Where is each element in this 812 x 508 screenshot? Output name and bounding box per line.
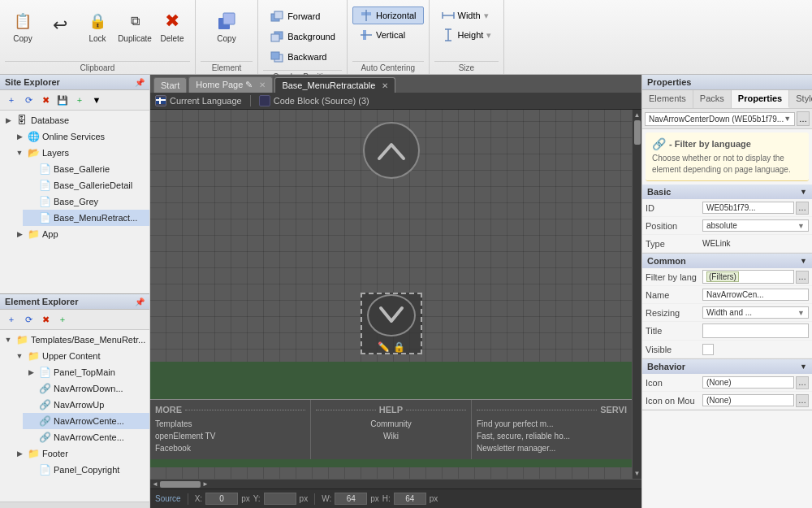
link-wiki[interactable]: Wiki [316,430,466,442]
ee-refresh-btn[interactable]: ⟳ [20,311,37,328]
tab-start[interactable]: Start [153,77,187,93]
scroll-up-btn[interactable]: ▲ [634,111,641,119]
name-value[interactable]: NavArrowCen... [702,289,809,301]
link-openelement[interactable]: openElement TV [155,430,305,442]
w-input[interactable] [335,493,367,505]
visible-checkbox[interactable] [702,344,714,355]
tree-item-base-grey[interactable]: 📄 Base_Grey [23,193,149,210]
canvas-scrollbar-v[interactable]: ▲ ▼ [632,110,641,479]
tree-item-base-galleriedetail[interactable]: 📄 Base_GallerieDetail [23,177,149,193]
link-fast[interactable]: Fast, secure, reliable ho... [477,430,627,442]
basic-section: Basic ▼ ID WE05b1f79... … Position absol… [642,185,812,254]
horizontal-button[interactable]: Horizontal [352,7,424,24]
scroll-down-btn[interactable]: ▼ [634,470,641,477]
link-templates[interactable]: Templates [155,418,305,430]
chevron-down-element[interactable]: ✏️ 🔒 [361,293,422,354]
link-find[interactable]: Find your perfect m... [477,418,627,430]
tab-homepage[interactable]: Home Page ✎ ✕ [188,76,273,93]
ee-delete-btn[interactable]: ✖ [37,311,54,328]
scroll-thumb-v[interactable] [634,120,641,145]
link-newsletter[interactable]: Newsletter manager... [477,442,627,454]
ee-navarrowcenter2[interactable]: 🔗 NavArrowCente... [23,429,149,445]
link-facebook[interactable]: Facebook [155,442,305,454]
tab-elements[interactable]: Elements [642,90,693,108]
iconmou-more-btn[interactable]: … [796,394,809,407]
filter-more-btn[interactable]: … [796,271,809,284]
ee-navarrowcenter1[interactable]: 🔗 NavArrowCente... [23,413,149,429]
tree-item-base-menuretract[interactable]: 📄 Base_MenuRetract... [23,210,149,226]
link-community[interactable]: Community [316,418,466,430]
common-header[interactable]: Common ▼ [642,254,812,268]
tab-base-menu[interactable]: Base_MenuRetractable ✕ [274,77,395,93]
ee-add-btn[interactable]: + [54,311,71,328]
y-input[interactable] [264,493,296,505]
selector-box[interactable]: NavArrowCenterDown (WE05b1f79... ▼ [645,112,795,126]
tab-properties[interactable]: Properties [732,90,789,108]
foreground-button[interactable]: Copy [201,3,253,49]
refresh-btn[interactable]: ⟳ [20,92,37,108]
prop-icon-row: Icon (None) … [642,374,812,392]
lock-button[interactable]: 🔒 Lock [80,3,115,49]
width-button[interactable]: Width ▾ [434,7,499,24]
resizing-value[interactable]: Width and ... ▼ [702,306,809,319]
properties-title: Properties [642,75,812,90]
tree-item-layers[interactable]: ▼ 📂 Layers [11,145,149,161]
scroll-right-btn[interactable]: ► [202,480,209,488]
tree-item-online[interactable]: ▶ 🌐 Online Services [11,128,149,145]
ee-panel-topmain[interactable]: ▶ 📄 Panel_TopMain [23,364,149,380]
tab-packs[interactable]: Packs [693,90,732,108]
ee-navarrowdown[interactable]: 🔗 NavArrowDown... [23,380,149,397]
id-value[interactable]: WE05b1f79... [702,202,794,214]
delete-se-btn[interactable]: ✖ [37,92,54,108]
new-btn[interactable]: + [3,92,19,108]
delete-button[interactable]: ✖ Delete [154,3,190,49]
copy-button[interactable]: 📋 Copy [5,3,41,49]
source-label[interactable]: Source [155,494,181,503]
ee-navarrowup[interactable]: 🔗 NavArrowUp [23,397,149,413]
tab-styles[interactable]: Styles [789,90,812,108]
scroll-left-btn[interactable]: ◄ [152,480,158,488]
basic-header[interactable]: Basic ▼ [642,185,812,199]
h-input[interactable] [394,493,426,505]
position-value[interactable]: absolute ▼ [702,219,809,232]
vertical-button[interactable]: Vertical [352,26,424,44]
forward-icon [270,9,284,24]
background-button[interactable]: Background [264,27,341,46]
add-green-btn[interactable]: + [71,92,88,108]
undo-button[interactable]: ↩ [42,3,78,49]
scroll-thumb-h[interactable] [160,481,201,488]
ee-panel-copyright[interactable]: 📄 Panel_Copyright [23,462,149,478]
height-button[interactable]: Height ▾ [434,26,499,44]
id-more-btn[interactable]: … [796,202,809,215]
selector-more-btn[interactable]: … [797,111,810,126]
tree-item-base-gallerie[interactable]: 📄 Base_Gallerie [23,161,149,177]
title-value[interactable] [702,323,809,338]
ee-footer[interactable]: ▶ 📁 Footer [11,445,149,462]
ee-upper-content[interactable]: ▼ 📁 Upper Content [11,348,149,364]
duplicate-button[interactable]: ⧉ Duplicate [117,3,153,49]
iconmou-value[interactable]: (None) [702,394,794,406]
chevron-up-element[interactable] [363,122,420,179]
tab-close-homepage[interactable]: ✕ [259,80,266,89]
tree-item-app[interactable]: ▶ 📁 App [11,226,149,242]
canvas-scrollbar-h[interactable]: ◄ ► [150,479,641,488]
ee-new-btn[interactable]: + [3,311,19,328]
ee-templates[interactable]: ▼ 📁 Templates/Base_MenuRetr... [0,332,149,348]
icon-value[interactable]: (None) [702,376,794,389]
canvas-area[interactable]: ✏️ 🔒 MORE Templates openElement TV [150,110,632,479]
prop-resizing-row: Resizing Width and ... ▼ [642,304,812,322]
x-input[interactable] [205,493,238,505]
forward-button[interactable]: Forward [264,7,341,26]
icon-more-btn[interactable]: … [796,376,809,389]
tab-close-base-menu[interactable]: ✕ [382,81,388,90]
backward-button[interactable]: Backward [264,47,341,67]
ee-scrollbar-h[interactable] [0,501,149,508]
filter-value[interactable]: (Filters) [702,270,794,284]
save-se-btn[interactable]: 💾 [54,92,71,108]
tree-item-database[interactable]: ▶ 🗄 Database [0,112,149,128]
more-se-btn[interactable]: ▼ [89,92,105,108]
prop-title-row: Title [642,322,812,341]
pin-icon[interactable]: 📌 [135,78,145,87]
pin-icon-2[interactable]: 📌 [135,297,145,306]
behavior-header[interactable]: Behavior ▼ [642,359,812,374]
